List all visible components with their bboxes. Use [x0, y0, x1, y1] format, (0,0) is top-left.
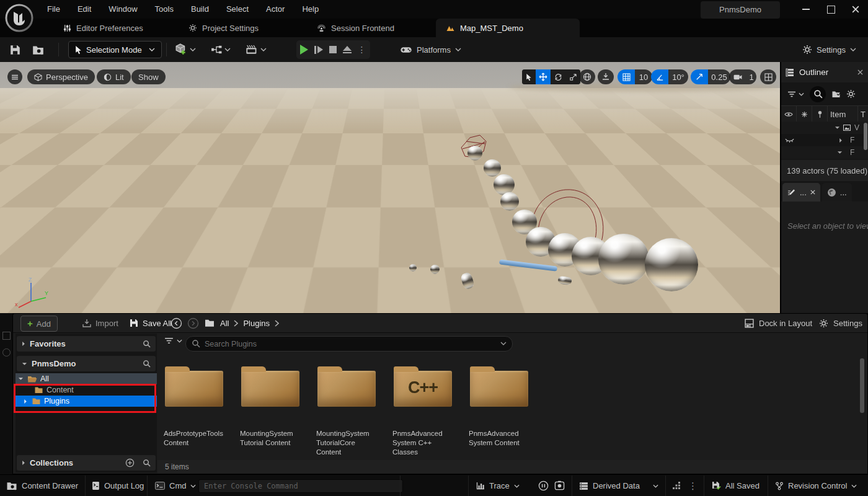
save-all-button[interactable]: Save All — [130, 314, 172, 332]
breadcrumb-root[interactable]: All — [220, 319, 229, 328]
forward-button[interactable] — [187, 317, 199, 329]
scale-tool-button[interactable] — [565, 69, 580, 84]
pin-column-icon[interactable] — [812, 106, 828, 122]
selection-mode-dropdown[interactable]: Selection Mode — [68, 37, 162, 62]
breadcrumb-separator[interactable] — [234, 320, 238, 327]
search-box[interactable] — [185, 336, 513, 352]
cinematics-button[interactable] — [246, 37, 267, 62]
add-button[interactable]: + Add — [20, 316, 58, 332]
tab-session-frontend[interactable]: Session Frontend — [307, 19, 404, 37]
favorite-column-star-icon[interactable] — [797, 106, 812, 122]
outliner-row-folder-2[interactable]: F — [781, 146, 868, 159]
content-scrollbar[interactable] — [860, 358, 864, 413]
grid-snap-group[interactable]: 10 — [618, 69, 652, 84]
revision-control-dropdown[interactable]: Revision Control — [775, 475, 857, 496]
browse-content-icon[interactable] — [32, 37, 44, 62]
select-tool-button[interactable] — [522, 69, 536, 84]
chevron-right-icon[interactable] — [839, 138, 843, 143]
chevron-down-icon[interactable] — [837, 151, 843, 154]
add-actor-button[interactable] — [175, 37, 196, 62]
tab-details[interactable]: ... — [782, 183, 820, 202]
scale-snap-group[interactable]: 0.25 — [691, 69, 730, 84]
close-icon[interactable] — [810, 190, 815, 195]
angle-snap-icon[interactable] — [651, 69, 668, 84]
search-input[interactable] — [185, 336, 513, 352]
grid-snap-value[interactable]: 10 — [635, 69, 652, 84]
search-icon[interactable] — [143, 360, 151, 368]
skip-button[interactable] — [314, 46, 323, 54]
dock-in-layout-button[interactable]: Dock in Layout — [745, 314, 812, 332]
menu-help[interactable]: Help — [293, 0, 327, 19]
platforms-dropdown[interactable]: Platforms — [400, 37, 461, 62]
grid-snap-icon[interactable] — [618, 69, 635, 84]
surface-snapping-button[interactable] — [598, 69, 614, 84]
outliner-search-icon[interactable] — [810, 86, 826, 102]
search-icon[interactable] — [143, 459, 151, 467]
eject-button[interactable] — [343, 46, 352, 54]
back-button[interactable] — [170, 317, 182, 329]
item-column-header[interactable]: Item — [828, 106, 858, 122]
folder-tile[interactable]: PnmsAdvanced System Content — [469, 363, 534, 456]
outliner-scrollbar[interactable] — [864, 123, 867, 150]
rotation-snap-group[interactable]: 10° — [651, 69, 688, 84]
world-coordinate-button[interactable] — [579, 69, 595, 84]
add-collection-icon[interactable] — [125, 458, 135, 467]
menu-file[interactable]: File — [38, 0, 69, 19]
scale-snap-icon[interactable] — [691, 69, 708, 84]
perspective-dropdown[interactable]: Perspective — [27, 69, 95, 84]
pause-circle-icon[interactable] — [538, 480, 549, 491]
lit-dropdown[interactable]: Lit — [97, 69, 131, 84]
filter-dropdown[interactable] — [164, 337, 182, 344]
content-browser-settings-button[interactable]: Settings — [819, 314, 862, 332]
rotate-tool-button[interactable] — [551, 69, 565, 84]
close-icon[interactable] — [857, 69, 863, 75]
outliner-folder-icon[interactable] — [831, 91, 841, 98]
viewport[interactable]: Perspective Lit Show 10 10° 0.25 1 Z Y — [0, 62, 780, 313]
kebab-menu-icon[interactable]: ⋮ — [688, 480, 698, 492]
outliner-row-world[interactable]: V — [781, 122, 868, 134]
menu-edit[interactable]: Edit — [69, 0, 100, 19]
show-dropdown[interactable]: Show — [131, 69, 166, 84]
maximize-button[interactable] — [818, 1, 843, 18]
derived-data-dropdown[interactable]: Derived Data — [579, 475, 658, 496]
folder-tile[interactable]: MountingSystem Tutorial Content — [240, 363, 306, 456]
scale-snap-value[interactable]: 0.25 — [708, 69, 730, 84]
menu-actor[interactable]: Actor — [257, 0, 293, 19]
breadcrumb-current[interactable]: Plugins — [243, 319, 270, 328]
breadcrumb-separator[interactable] — [275, 320, 279, 327]
tab-project-settings[interactable]: Project Settings — [179, 19, 268, 37]
visibility-column-eye-icon[interactable] — [781, 106, 797, 122]
move-tool-button[interactable] — [536, 69, 551, 84]
tab-map-mst-demo[interactable]: Map_MST_Demo — [436, 19, 580, 37]
blueprints-button[interactable] — [211, 37, 231, 62]
tab-editor-preferences[interactable]: Editor Preferences — [53, 19, 153, 37]
viewport-layout-button[interactable] — [760, 69, 776, 84]
collections-section[interactable]: Collections — [17, 455, 156, 471]
menu-build[interactable]: Build — [182, 0, 218, 19]
trace-dropdown[interactable]: Trace — [476, 475, 520, 496]
minimize-button[interactable] — [794, 1, 818, 18]
build-grid-icon[interactable] — [672, 482, 681, 490]
chevron-down-icon[interactable] — [500, 342, 507, 345]
import-button[interactable]: Import — [82, 314, 118, 332]
toolbar-settings-dropdown[interactable]: Settings — [802, 37, 856, 62]
search-icon[interactable] — [143, 340, 151, 348]
close-button[interactable] — [843, 1, 868, 18]
chevron-down-icon[interactable] — [835, 126, 840, 130]
outliner-row-folder-1[interactable]: F — [781, 134, 868, 146]
menu-tools[interactable]: Tools — [146, 0, 182, 19]
eye-closed-icon[interactable] — [785, 137, 794, 143]
rotation-snap-value[interactable]: 10° — [668, 69, 688, 84]
tree-item-content[interactable]: Content — [16, 384, 157, 396]
play-button[interactable] — [300, 45, 308, 55]
folder-tile[interactable]: MountingSystem TutorialCore Content — [316, 363, 382, 456]
menu-select[interactable]: Select — [218, 0, 257, 19]
all-saved-button[interactable]: All Saved — [712, 475, 760, 496]
console-command-input[interactable] — [198, 479, 403, 493]
screenshot-icon[interactable] — [554, 480, 565, 491]
camera-speed-group[interactable]: 1 — [729, 69, 756, 84]
outliner-settings-gear-icon[interactable] — [846, 89, 856, 99]
viewport-options-menu[interactable] — [7, 69, 22, 84]
stop-button[interactable] — [329, 46, 337, 53]
menu-window[interactable]: Window — [100, 0, 146, 19]
